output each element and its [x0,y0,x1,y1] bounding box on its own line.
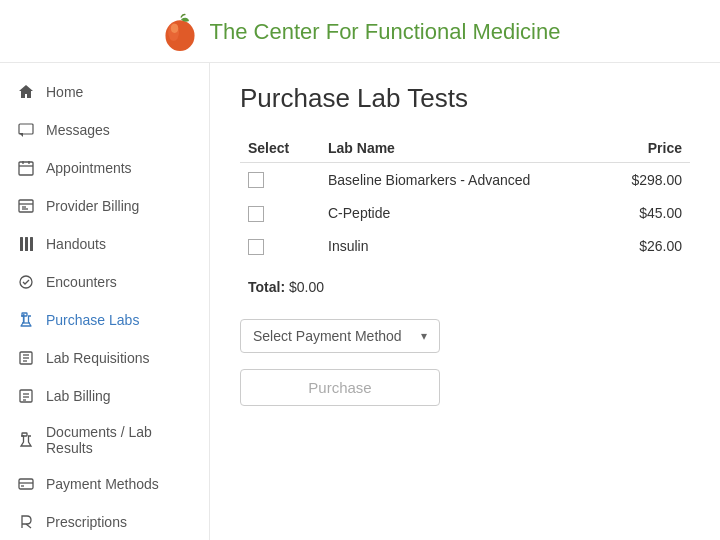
purchase-labs-icon [16,310,36,330]
total-label: Total: [248,279,285,295]
sidebar-item-documents[interactable]: Documents / Lab Results [0,415,209,465]
lab-req-icon [16,348,36,368]
apple-icon [160,12,200,52]
home-icon [16,82,36,102]
svg-point-15 [20,276,32,288]
rx-icon [16,512,36,532]
main-content: Purchase Lab Tests Select Lab Name Price… [210,63,720,540]
provider-billing-icon [16,196,36,216]
lab-checkbox[interactable] [248,206,264,222]
table-row: Insulin$26.00 [240,230,690,263]
lab-checkbox[interactable] [248,239,264,255]
table-row: Baseline Biomarkers - Advanced$298.00 [240,163,690,197]
messages-icon [16,120,36,140]
svg-point-2 [170,24,177,33]
sidebar-item-lab-billing[interactable]: Lab Billing [0,377,209,415]
purchase-button[interactable]: Purchase [240,369,440,406]
sidebar-item-prescriptions[interactable]: Prescriptions [0,503,209,540]
sidebar-item-handouts[interactable]: Handouts [0,225,209,263]
table-row: C-Peptide$45.00 [240,196,690,229]
sidebar-item-payment-methods[interactable]: Payment Methods [0,465,209,503]
documents-icon [16,430,36,450]
svg-rect-13 [25,237,28,251]
sidebar-item-lab-requisitions[interactable]: Lab Requisitions [0,339,209,377]
svg-rect-14 [30,237,33,251]
lab-price-cell: $298.00 [590,163,690,197]
sidebar-item-provider-billing[interactable]: Provider Billing [0,187,209,225]
sidebar-item-purchase-labs[interactable]: Purchase Labs [0,301,209,339]
svg-rect-3 [19,124,33,134]
payment-method-dropdown[interactable]: Select Payment Method ▾ [240,319,440,353]
sidebar-item-messages[interactable]: Messages [0,111,209,149]
lab-checkbox[interactable] [248,172,264,188]
chevron-down-icon: ▾ [421,329,427,343]
encounters-icon [16,272,36,292]
svg-rect-28 [19,479,33,489]
col-header-select: Select [240,134,320,163]
sidebar: Home Messages Appointments [0,63,210,540]
handouts-icon [16,234,36,254]
sidebar-item-encounters[interactable]: Encounters [0,263,209,301]
svg-rect-12 [20,237,23,251]
sidebar-item-appointments[interactable]: Appointments [0,149,209,187]
sidebar-item-home[interactable]: Home [0,73,209,111]
header: The Center For Functional Medicine [0,0,720,63]
lab-price-cell: $26.00 [590,230,690,263]
total-row: Total: $0.00 [240,275,690,299]
lab-price-cell: $45.00 [590,196,690,229]
lab-name-cell: Insulin [320,230,590,263]
col-header-price: Price [590,134,690,163]
payment-icon [16,474,36,494]
payment-method-text: Select Payment Method [253,328,402,344]
appointments-icon [16,158,36,178]
total-value: $0.00 [289,279,324,295]
lab-billing-icon [16,386,36,406]
page-title: Purchase Lab Tests [240,83,690,114]
svg-rect-4 [19,162,33,175]
lab-tests-table: Select Lab Name Price Baseline Biomarker… [240,134,690,263]
lab-name-cell: Baseline Biomarkers - Advanced [320,163,590,197]
site-title: The Center For Functional Medicine [210,19,561,45]
svg-rect-8 [19,200,33,212]
lab-name-cell: C-Peptide [320,196,590,229]
col-header-lab-name: Lab Name [320,134,590,163]
